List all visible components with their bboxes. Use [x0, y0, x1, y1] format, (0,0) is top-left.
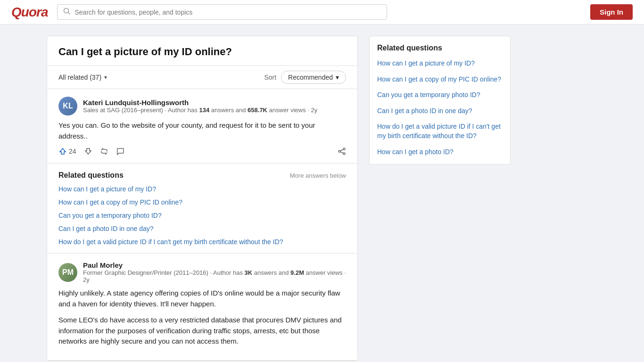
answer-text-2b: Some LEO's do have access to a very rest… [58, 315, 346, 347]
avatar-2: PM [58, 263, 77, 282]
author-name[interactable]: Kateri Lundquist-Hollingsworth [83, 99, 317, 107]
repost-button[interactable] [100, 147, 108, 156]
upvote-count: 24 [69, 148, 76, 155]
upvote-button[interactable]: 24 [58, 147, 76, 156]
related-link[interactable]: How can I get a picture of my ID? [58, 185, 346, 193]
answer-card-2: PM Paul Morley Former Graphic Designer/P… [47, 254, 357, 361]
answer-card: KL Kateri Lundquist-Hollingsworth Sales … [47, 89, 357, 164]
chevron-down-icon: ▾ [104, 74, 107, 81]
question-title: Can I get a picture of my ID online? [58, 46, 346, 58]
related-inner-title: Related questions [58, 171, 124, 180]
sidebar-link-5[interactable]: How do I get a valid picture ID if I can… [377, 122, 503, 140]
question-card: Can I get a picture of my ID online? All… [47, 36, 358, 361]
search-icon [63, 8, 71, 16]
sign-in-button[interactable]: Sign In [590, 4, 633, 20]
svg-line-6 [340, 152, 343, 153]
avatar-initials: KL [63, 102, 73, 110]
filter-bar: All related (37) ▾ Sort Recommended ▾ [47, 66, 357, 89]
sidebar-title: Related questions [377, 44, 503, 52]
author-name-2[interactable]: Paul Morley [83, 261, 346, 269]
sidebar-link-3[interactable]: Can you get a temporary photo ID? [377, 90, 503, 100]
quora-logo[interactable]: Quora [11, 5, 48, 20]
sort-label: Sort [264, 74, 276, 81]
related-link[interactable]: Can you get a temporary photo ID? [58, 212, 346, 219]
related-link[interactable]: How can I get a copy of my PIC ID online… [58, 198, 346, 206]
action-bar: 24 [58, 147, 346, 156]
question-title-section: Can I get a picture of my ID online? [47, 36, 357, 66]
svg-point-2 [343, 148, 345, 150]
comment-button[interactable] [116, 147, 124, 156]
svg-point-3 [339, 150, 340, 152]
avatar: KL [58, 97, 77, 115]
related-link[interactable]: How do I get a valid picture ID if I can… [58, 238, 346, 246]
author-row: KL Kateri Lundquist-Hollingsworth Sales … [58, 97, 346, 115]
more-answers-below: More answers below [290, 172, 346, 179]
all-related-label: All related (37) [58, 74, 101, 81]
svg-point-4 [343, 153, 345, 155]
related-link[interactable]: Can I get a photo ID in one day? [58, 225, 346, 232]
search-bar[interactable] [57, 4, 387, 20]
sidebar-link-2[interactable]: How can I get a copy of my PIC ID online… [377, 75, 503, 84]
author-info: Kateri Lundquist-Hollingsworth Sales at … [83, 99, 317, 114]
chevron-down-icon: ▾ [336, 74, 339, 81]
sidebar-link-6[interactable]: How can I get a photo ID? [377, 148, 503, 157]
main-container: Can I get a picture of my ID online? All… [39, 25, 605, 362]
author-meta: Sales at SAG (2016–present) · Author has… [83, 107, 317, 114]
sidebar: Related questions How can I get a pictur… [369, 36, 511, 361]
author-info-2: Paul Morley Former Graphic Designer/Prin… [83, 261, 346, 283]
answer-text: Yes you can. Go to the website of your c… [58, 120, 346, 141]
content-area: Can I get a picture of my ID online? All… [47, 36, 358, 361]
header-right: Sign In [590, 4, 633, 20]
downvote-button[interactable] [84, 147, 92, 156]
sort-value: Recommended [288, 74, 333, 81]
site-header: Quora Sign In [0, 0, 644, 25]
svg-line-1 [68, 13, 70, 15]
share-button[interactable] [338, 147, 346, 156]
sidebar-link-4[interactable]: Can I get a photo ID in one day? [377, 107, 503, 116]
related-inner-header: Related questions More answers below [58, 171, 346, 180]
author-meta-2: Former Graphic Designer/Printer (2011–20… [83, 269, 346, 283]
sidebar-link-1[interactable]: How can I get a picture of my ID? [377, 59, 503, 68]
sidebar-card: Related questions How can I get a pictur… [369, 36, 511, 165]
all-related-filter[interactable]: All related (37) ▾ [58, 74, 107, 81]
svg-line-5 [340, 149, 343, 151]
answer-text-2a: Highly unlikely. A state agency offering… [58, 288, 346, 309]
avatar-initials-2: PM [62, 268, 74, 277]
search-input[interactable] [74, 8, 381, 16]
related-questions-inner: Related questions More answers below How… [47, 164, 357, 254]
author-row-2: PM Paul Morley Former Graphic Designer/P… [58, 261, 346, 283]
sort-dropdown[interactable]: Recommended ▾ [281, 71, 346, 84]
